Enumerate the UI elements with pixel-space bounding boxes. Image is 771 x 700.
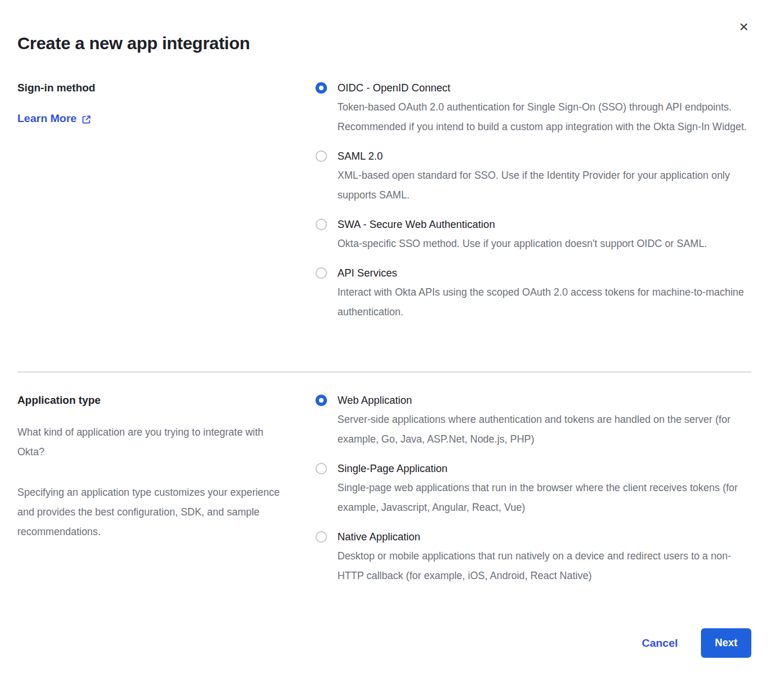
radio-option-single-page-application[interactable]: Single-Page Application Single-page web … bbox=[315, 462, 751, 517]
radio-option-description: Single-page web applications that run in… bbox=[337, 478, 751, 517]
external-link-icon bbox=[82, 113, 91, 124]
radio-icon[interactable] bbox=[315, 219, 327, 230]
radio-option-oidc[interactable]: OIDC - OpenID Connect Token-based OAuth … bbox=[315, 81, 751, 137]
radio-option-label[interactable]: SAML 2.0 bbox=[337, 149, 751, 163]
cancel-button[interactable]: Cancel bbox=[642, 637, 678, 650]
radio-option-label[interactable]: Web Application bbox=[337, 393, 751, 407]
signin-method-label: Sign-in method bbox=[17, 81, 315, 95]
create-app-integration-dialog: ✕ Create a new app integration Sign-in m… bbox=[0, 0, 771, 700]
application-type-label: Application type bbox=[17, 393, 315, 407]
next-button[interactable]: Next bbox=[701, 628, 751, 658]
radio-icon[interactable] bbox=[315, 463, 327, 474]
section-divider bbox=[17, 371, 751, 373]
radio-option-label[interactable]: Native Application bbox=[337, 530, 751, 544]
learn-more-label: Learn More bbox=[17, 112, 76, 125]
page-title: Create a new app integration bbox=[17, 0, 751, 56]
radio-option-description: XML-based open standard for SSO. Use if … bbox=[337, 165, 751, 205]
radio-option-saml[interactable]: SAML 2.0 XML-based open standard for SSO… bbox=[315, 149, 751, 205]
radio-option-label[interactable]: API Services bbox=[337, 266, 751, 280]
radio-option-description: Token-based OAuth 2.0 authentication for… bbox=[337, 97, 751, 137]
radio-option-description: Interact with Okta APIs using the scoped… bbox=[337, 282, 751, 322]
learn-more-link[interactable]: Learn More bbox=[17, 112, 91, 125]
application-type-detail: Specifying an application type customize… bbox=[17, 482, 291, 541]
radio-option-api-services[interactable]: API Services Interact with Okta APIs usi… bbox=[315, 266, 751, 322]
radio-icon[interactable] bbox=[315, 150, 327, 162]
radio-option-description: Okta-specific SSO method. Use if your ap… bbox=[337, 234, 707, 253]
radio-icon[interactable] bbox=[315, 267, 327, 279]
radio-option-description: Desktop or mobile applications that run … bbox=[337, 546, 751, 585]
signin-method-section: Sign-in method Learn More OIDC - OpenID … bbox=[17, 81, 751, 334]
close-icon[interactable]: ✕ bbox=[736, 20, 751, 35]
application-type-intro: What kind of application are you trying … bbox=[17, 422, 291, 462]
application-type-section: Application type What kind of applicatio… bbox=[17, 393, 751, 598]
radio-option-description: Server-side applications where authentic… bbox=[337, 410, 751, 449]
radio-icon[interactable] bbox=[315, 395, 327, 406]
radio-option-label[interactable]: OIDC - OpenID Connect bbox=[337, 81, 751, 95]
dialog-footer: Cancel Next bbox=[17, 628, 751, 658]
radio-option-swa[interactable]: SWA - Secure Web Authentication Okta-spe… bbox=[315, 218, 751, 253]
radio-option-web-application[interactable]: Web Application Server-side applications… bbox=[315, 393, 751, 449]
radio-icon[interactable] bbox=[315, 82, 327, 94]
radio-option-label[interactable]: Single-Page Application bbox=[337, 462, 751, 476]
radio-option-label[interactable]: SWA - Secure Web Authentication bbox=[337, 218, 707, 231]
radio-option-native-application[interactable]: Native Application Desktop or mobile app… bbox=[315, 530, 751, 585]
radio-icon[interactable] bbox=[315, 531, 327, 543]
